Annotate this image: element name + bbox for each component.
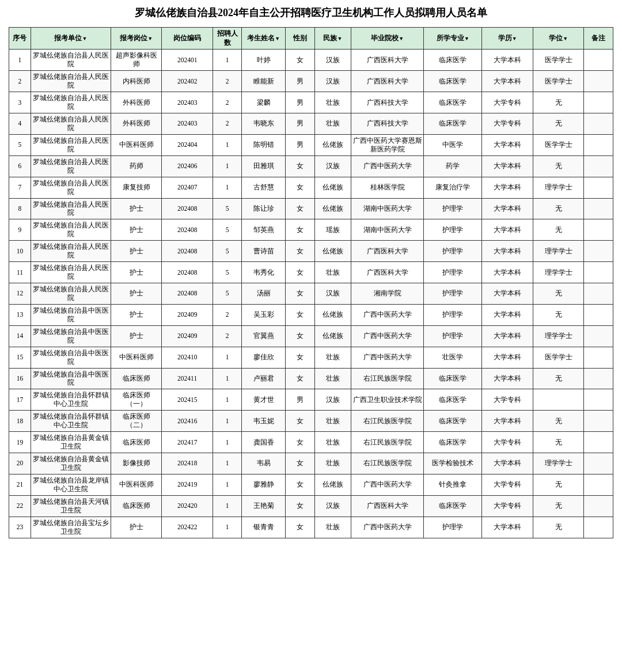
- table-cell: 6: [9, 155, 31, 177]
- table-cell: 仫佬族: [314, 177, 351, 198]
- table-cell: 罗城仫佬族自治县宝坛乡卫生院: [31, 517, 111, 538]
- table-cell: 罗城仫佬族自治县人民医院: [31, 262, 111, 283]
- table-cell: 男: [286, 389, 315, 411]
- table-cell: 睢能新: [242, 71, 286, 92]
- table-cell: 中医学: [424, 134, 482, 155]
- col-header-unit[interactable]: 报考单位▼: [31, 28, 111, 50]
- table-cell: 1: [213, 50, 242, 71]
- table-cell: 汉族: [314, 50, 351, 71]
- table-cell: 罗城仫佬族自治县怀群镇中心卫生院: [31, 389, 111, 411]
- col-header-school[interactable]: 毕业院校▼: [351, 28, 423, 50]
- page-title: 罗城仫佬族自治县2024年自主公开招聘医疗卫生机构工作人员拟聘用人员名单: [9, 6, 613, 20]
- table-cell: 右江民族医学院: [351, 453, 423, 474]
- table-cell: 壮医学: [424, 347, 482, 368]
- table-row: 14罗城仫佬族自治县中医医院护士2024092官翼燕女仫佬族广西中医药大学护理学…: [9, 325, 613, 347]
- col-header-edu[interactable]: 学历▼: [482, 28, 533, 50]
- table-cell: [584, 304, 613, 325]
- table-cell: 罗城仫佬族自治县人民医院: [31, 155, 111, 177]
- table-cell: [584, 241, 613, 262]
- table-cell: 韦秀化: [242, 262, 286, 283]
- col-header-recruit-num: 招聘人数: [213, 28, 242, 50]
- table-cell: 邹英燕: [242, 219, 286, 241]
- table-cell: 医学检验技术: [424, 453, 482, 474]
- table-cell: 临床医学: [424, 432, 482, 453]
- col-header-major[interactable]: 所学专业▼: [424, 28, 482, 50]
- table-cell: 女: [286, 495, 315, 517]
- table-row: 2罗城仫佬族自治县人民医院内科医师2024022睢能新男汉族广西医科大学临床医学…: [9, 71, 613, 92]
- table-row: 11罗城仫佬族自治县人民医院护士2024085韦秀化女壮族广西医科大学护理学大学…: [9, 262, 613, 283]
- table-row: 6罗城仫佬族自治县人民医院药师2024061田雅琪女汉族广西中医药大学药学大学本…: [9, 155, 613, 177]
- main-table: 序号 报考单位▼ 报考岗位▼ 岗位编码 招聘人数 考生姓名▼ 性别 民族▼ 毕业…: [9, 27, 613, 538]
- table-cell: 临床医学: [424, 368, 482, 389]
- table-cell: 女: [286, 517, 315, 538]
- table-cell: 2: [213, 71, 242, 92]
- table-row: 21罗城仫佬族自治县龙岸镇中心卫生院中医科医师2024191廖雅静女仫佬族广西中…: [9, 474, 613, 495]
- table-cell: 202420: [162, 495, 213, 517]
- table-cell: [584, 411, 613, 432]
- table-cell: [584, 283, 613, 305]
- table-cell: 汉族: [314, 283, 351, 305]
- table-cell: 广西中医药大学: [351, 517, 423, 538]
- table-row: 23罗城仫佬族自治县宝坛乡卫生院护士2024221银青青女壮族广西中医药大学护理…: [9, 517, 613, 538]
- table-cell: 罗城仫佬族自治县黄金镇卫生院: [31, 432, 111, 453]
- table-row: 18罗城仫佬族自治县怀群镇中心卫生院临床医师（二）2024161韦玉妮女壮族右江…: [9, 411, 613, 432]
- table-cell: 护士: [111, 304, 161, 325]
- table-cell: [584, 50, 613, 71]
- table-cell: 临床医师: [111, 495, 161, 517]
- table-cell: 曹诗苗: [242, 241, 286, 262]
- table-cell: 5: [9, 134, 31, 155]
- table-cell: 大学本科: [482, 241, 533, 262]
- table-cell: 202422: [162, 517, 213, 538]
- table-cell: 11: [9, 262, 31, 283]
- table-cell: 202401: [162, 50, 213, 71]
- table-cell: 护理学: [424, 219, 482, 241]
- table-cell: 9: [9, 219, 31, 241]
- table-cell: 瑶族: [314, 219, 351, 241]
- table-cell: 理学学士: [533, 262, 583, 283]
- table-cell: 无: [533, 113, 583, 135]
- table-cell: 无: [533, 198, 583, 219]
- table-cell: 桂林医学院: [351, 177, 423, 198]
- col-header-seq: 序号: [9, 28, 31, 50]
- table-cell: 女: [286, 347, 315, 368]
- table-cell: [584, 113, 613, 135]
- table-cell: 202403: [162, 92, 213, 113]
- table-cell: 古舒慧: [242, 177, 286, 198]
- col-header-name[interactable]: 考生姓名▼: [242, 28, 286, 50]
- table-cell: 广西医科大学: [351, 71, 423, 92]
- table-row: 22罗城仫佬族自治县天河镇卫生院临床医师2024201王艳菊女汉族广西医科大学临…: [9, 495, 613, 517]
- table-cell: 右江民族医学院: [351, 368, 423, 389]
- table-cell: 202408: [162, 219, 213, 241]
- table-cell: 1: [213, 347, 242, 368]
- table-cell: 23: [9, 517, 31, 538]
- table-cell: 男: [286, 113, 315, 135]
- table-cell: 壮族: [314, 517, 351, 538]
- table-cell: 无: [533, 432, 583, 453]
- table-cell: [584, 432, 613, 453]
- table-cell: 无: [533, 411, 583, 432]
- table-cell: 无: [533, 304, 583, 325]
- table-cell: 大学专科: [482, 92, 533, 113]
- table-cell: 罗城仫佬族自治县黄金镇卫生院: [31, 453, 111, 474]
- table-cell: 理学学士: [533, 453, 583, 474]
- col-header-ethnic[interactable]: 民族▼: [314, 28, 351, 50]
- table-cell: 202411: [162, 368, 213, 389]
- table-cell: 理学学士: [533, 177, 583, 198]
- table-cell: 罗城仫佬族自治县龙岸镇中心卫生院: [31, 474, 111, 495]
- table-cell: 护士: [111, 325, 161, 347]
- table-cell: 广西科技大学: [351, 113, 423, 135]
- table-cell: 13: [9, 304, 31, 325]
- col-header-position[interactable]: 报考岗位▼: [111, 28, 161, 50]
- table-cell: 无: [533, 474, 583, 495]
- table-cell: 3: [9, 92, 31, 113]
- col-header-degree[interactable]: 学位▼: [533, 28, 583, 50]
- table-cell: [584, 453, 613, 474]
- table-cell: 护士: [111, 283, 161, 305]
- table-cell: [584, 474, 613, 495]
- table-cell: 202419: [162, 474, 213, 495]
- table-cell: 外科医师: [111, 92, 161, 113]
- table-cell: 护理学: [424, 198, 482, 219]
- table-cell: 叶婷: [242, 50, 286, 71]
- table-cell: 大学专科: [482, 474, 533, 495]
- table-cell: 仫佬族: [314, 474, 351, 495]
